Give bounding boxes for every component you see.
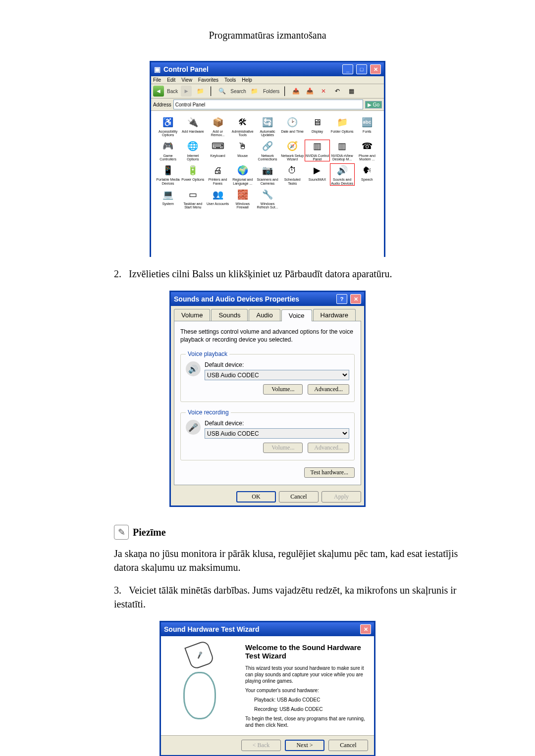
control-panel-item-label: Printers and Faxes	[206, 178, 229, 185]
step-2: 2.Izvēlieties cilni Balss un klikšķiniet…	[114, 267, 476, 281]
menu-edit[interactable]: Edit	[167, 77, 175, 83]
control-panel-item[interactable]: 🎮Game Controllers	[156, 140, 180, 161]
control-panel-item-label: Add Hardware	[181, 130, 205, 133]
control-panel-item[interactable]: 📦Add or Remov...	[206, 116, 229, 137]
close-button[interactable]: ✕	[350, 294, 361, 304]
note-label: Piezīme	[133, 527, 166, 538]
tab-sounds[interactable]: Sounds	[211, 309, 248, 321]
forward-button[interactable]: ►	[181, 86, 192, 97]
control-panel-item[interactable]: 📁Folder Options	[330, 116, 354, 137]
menu-file[interactable]: File	[153, 77, 161, 83]
control-panel-item-icon: ▥	[336, 140, 349, 153]
control-panel-item[interactable]: 💻System	[156, 188, 180, 209]
control-panel-window: ▣ Control Panel _ □ ✕ File Edit View Fav…	[150, 61, 385, 257]
control-panel-item[interactable]: 🌐Internet Options	[181, 140, 205, 161]
tab-audio[interactable]: Audio	[249, 309, 280, 321]
copy-icon[interactable]: 📥	[304, 86, 315, 97]
folders-icon[interactable]: 📁	[249, 86, 260, 97]
back-button[interactable]: ◄	[153, 86, 164, 97]
control-panel-item[interactable]: 🔤Fonts	[355, 116, 379, 137]
address-input[interactable]	[173, 100, 363, 109]
close-button[interactable]: ✕	[360, 624, 371, 634]
control-panel-item[interactable]: 🧭Network Setup Wizard	[280, 140, 304, 161]
views-icon[interactable]: ▦	[346, 86, 357, 97]
control-panel-item[interactable]: ▥NVIDIA Control Panel	[305, 140, 329, 161]
ok-button[interactable]: OK	[236, 491, 276, 503]
search-icon[interactable]: 🔍	[216, 86, 227, 97]
delete-icon[interactable]: ✕	[318, 86, 329, 97]
minimize-button[interactable]: _	[342, 64, 353, 74]
control-panel-item-label: NVIDIA Control Panel	[305, 154, 329, 161]
control-panel-item-label: Windows Firewall	[231, 202, 255, 209]
recording-advanced-button[interactable]: Advanced...	[308, 443, 349, 453]
control-panel-item[interactable]: 🔗Network Connections	[256, 140, 279, 161]
control-panel-item[interactable]: 🧱Windows Firewall	[231, 188, 255, 209]
control-panel-item-icon: 🖱	[236, 140, 249, 153]
wizard-back-button[interactable]: < Back	[241, 740, 281, 751]
tab-voice[interactable]: Voice	[281, 309, 312, 321]
cancel-button[interactable]: Cancel	[279, 491, 319, 503]
control-panel-item[interactable]: ▥NVIDIA nView Desktop M...	[330, 140, 354, 161]
menu-help[interactable]: Help	[242, 77, 252, 83]
control-panel-item-label: Display	[305, 130, 329, 133]
control-panel-item[interactable]: 🛠Administrative Tools	[231, 116, 255, 137]
playback-volume-button[interactable]: Volume...	[263, 384, 303, 395]
wizard-next-button[interactable]: Next >	[285, 740, 324, 751]
menu-tools[interactable]: Tools	[224, 77, 236, 83]
control-panel-item[interactable]: ♿Accessibility Options	[156, 116, 180, 137]
control-panel-item-icon: 💻	[161, 188, 174, 201]
separator: │	[282, 87, 287, 96]
move-icon[interactable]: 📤	[290, 86, 301, 97]
close-button[interactable]: ✕	[370, 64, 381, 74]
playback-advanced-button[interactable]: Advanced...	[308, 384, 349, 395]
test-hardware-button[interactable]: Test hardware...	[304, 467, 355, 478]
wizard-playback-device: Playback: USB Audio CODEC	[254, 697, 367, 703]
voice-recording-legend: Voice recording	[186, 409, 231, 416]
voice-playback-group: Voice playback 🔊 Default device: USB Aud…	[180, 351, 355, 402]
help-button[interactable]: ?	[336, 294, 347, 304]
maximize-button[interactable]: □	[356, 64, 367, 74]
control-panel-item[interactable]: ▭Taskbar and Start Menu	[181, 188, 205, 209]
tab-volume[interactable]: Volume	[174, 309, 210, 321]
menu-view[interactable]: View	[181, 77, 192, 83]
control-panel-item[interactable]: 🔋Power Options	[181, 164, 205, 185]
control-panel-item[interactable]: ⌨Keyboard	[206, 140, 229, 161]
go-button[interactable]: ▶ Go	[365, 101, 382, 108]
control-panel-item[interactable]: 📱Portable Media Devices	[156, 164, 180, 185]
control-panel-item-label: Portable Media Devices	[156, 178, 180, 185]
control-panel-item-label: User Accounts	[206, 202, 229, 205]
control-panel-item[interactable]: 🖨Printers and Faxes	[206, 164, 229, 185]
apply-button[interactable]: Apply	[321, 491, 361, 503]
playback-device-select[interactable]: USB Audio CODEC	[205, 370, 349, 380]
note-icon: ✎	[114, 525, 129, 540]
control-panel-item[interactable]: 📷Scanners and Cameras	[256, 164, 279, 185]
control-panel-item[interactable]: 🔌Add Hardware	[181, 116, 205, 137]
control-panel-item-label: Sounds and Audio Devices	[330, 178, 354, 185]
control-panel-item[interactable]: 🔊Sounds and Audio Devices	[330, 164, 354, 185]
control-panel-item[interactable]: 🔧Windows Refresh Sot...	[256, 188, 279, 209]
control-panel-item-icon: ▶	[311, 164, 323, 177]
control-panel-item[interactable]: 👥User Accounts	[206, 188, 229, 209]
control-panel-item[interactable]: 🌍Regional and Language ...	[231, 164, 255, 185]
control-panel-item[interactable]: 🕑Date and Time	[280, 116, 304, 137]
control-panel-item[interactable]: ⏱Scheduled Tasks	[280, 164, 304, 185]
undo-icon[interactable]: ↶	[332, 86, 343, 97]
control-panel-item[interactable]: ▶SoundMAX	[305, 164, 329, 185]
recording-volume-button[interactable]: Volume...	[263, 443, 303, 453]
wizard-cancel-button[interactable]: Cancel	[328, 740, 368, 751]
control-panel-item[interactable]: 🖥Display	[305, 116, 329, 137]
control-panel-item[interactable]: ☎Phone and Modem ...	[355, 140, 379, 161]
control-panel-item[interactable]: 🔄Automatic Updates	[256, 116, 279, 137]
control-panel-item-label: Speech	[355, 178, 379, 181]
control-panel-item[interactable]: 🗣Speech	[355, 164, 379, 185]
menu-favorites[interactable]: Favorites	[198, 77, 218, 83]
default-device-label: Default device:	[205, 361, 349, 368]
control-panel-item-icon: 🗣	[361, 164, 374, 177]
up-button[interactable]: 📁	[195, 86, 206, 97]
control-panel-item[interactable]: 🖱Mouse	[231, 140, 255, 161]
control-panel-item-label: Taskbar and Start Menu	[181, 202, 205, 209]
tab-hardware[interactable]: Hardware	[313, 309, 356, 321]
recording-device-select[interactable]: USB Audio CODEC	[205, 428, 349, 439]
control-panel-item-icon: ♿	[161, 116, 174, 129]
wizard-buttons: < Back Next > Cancel	[161, 735, 374, 755]
